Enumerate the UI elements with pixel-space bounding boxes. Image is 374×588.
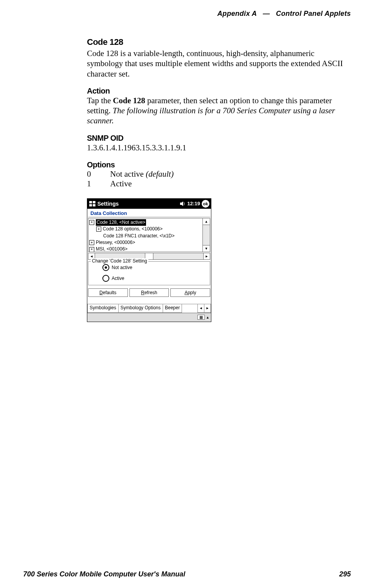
- page-number: 295: [339, 570, 351, 578]
- options-heading: Options: [87, 160, 351, 169]
- refresh-button[interactable]: Refresh: [129, 288, 169, 297]
- tab-scroll-right-icon[interactable]: ►: [204, 304, 211, 313]
- tab-symbologies[interactable]: Symbologies: [87, 304, 119, 313]
- windows-start-icon[interactable]: [89, 200, 96, 207]
- expand-icon[interactable]: +: [96, 227, 101, 232]
- snmp-oid: 1.3.6.1.4.1.1963.15.3.3.1.1.9.1: [87, 143, 351, 153]
- ok-button[interactable]: ok: [202, 200, 209, 208]
- change-setting-group: Change 'Code 128' Setting Not active Act…: [88, 261, 210, 285]
- group-legend: Change 'Code 128' Setting: [91, 258, 148, 264]
- header-right: Control Panel Applets: [276, 10, 351, 17]
- running-header: Appendix A — Control Panel Applets: [23, 10, 351, 18]
- header-left: Appendix A: [218, 10, 257, 17]
- header-sep: —: [263, 10, 270, 17]
- pda-bottom-bar: ▦ ▲: [87, 313, 211, 322]
- sip-up-icon[interactable]: ▲: [206, 315, 209, 319]
- svg-rect-3: [93, 204, 95, 206]
- radio-active[interactable]: Active: [102, 275, 207, 282]
- radio-not-active[interactable]: Not active: [102, 264, 207, 271]
- scroll-down-icon[interactable]: ▼: [203, 245, 210, 252]
- tree-item[interactable]: + Code 128 options, <100006>: [89, 226, 202, 232]
- pda-clock: 12:19: [187, 201, 200, 206]
- tree-item[interactable]: + Code 128, <Not active>: [89, 219, 202, 226]
- radio-icon[interactable]: [102, 275, 109, 282]
- svg-rect-1: [93, 201, 95, 203]
- action-heading: Action: [87, 87, 351, 95]
- scroll-up-icon[interactable]: ▲: [203, 218, 210, 225]
- tree-item[interactable]: + Plessey, <000006>: [89, 239, 202, 246]
- settings-tree[interactable]: + Code 128, <Not active> + Code 128 opti…: [88, 218, 202, 252]
- action-text: Tap the Code 128 parameter, then select …: [87, 95, 351, 126]
- svg-marker-4: [180, 201, 183, 206]
- tab-beeper[interactable]: Beeper: [163, 304, 182, 313]
- tree-item[interactable]: Code 128 FNC1 character, <\x1D>: [89, 233, 202, 239]
- speaker-icon[interactable]: [180, 201, 186, 206]
- tab-scroll-left-icon[interactable]: ◄: [197, 304, 204, 313]
- scroll-right-icon[interactable]: ►: [203, 253, 210, 259]
- expand-icon[interactable]: +: [89, 247, 94, 252]
- vertical-scrollbar[interactable]: ▲ ▼: [202, 218, 210, 252]
- section-desc: Code 128 is a variable-length, continuou…: [87, 48, 351, 79]
- svg-rect-0: [89, 201, 92, 203]
- applet-title: Data Collection: [88, 209, 210, 217]
- keyboard-icon[interactable]: ▦: [197, 315, 205, 320]
- apply-button[interactable]: Apply: [170, 288, 210, 297]
- section-title: Code 128: [87, 37, 351, 47]
- option-row: 0 Not active (default): [87, 169, 351, 179]
- expand-icon[interactable]: +: [89, 240, 94, 245]
- svg-rect-2: [89, 204, 92, 206]
- tree-item[interactable]: + MSI, <001006>: [89, 246, 202, 252]
- footer-title: 700 Series Color Mobile Computer User's …: [23, 570, 185, 578]
- expand-icon[interactable]: +: [89, 220, 94, 225]
- tab-symbology-options[interactable]: Symbology Options: [119, 304, 163, 313]
- snmp-heading: SNMP OID: [87, 134, 351, 143]
- radio-icon[interactable]: [102, 264, 109, 271]
- pda-titlebar: Settings 12:19 ok: [87, 199, 211, 209]
- option-row: 1 Active: [87, 179, 351, 189]
- defaults-button[interactable]: Defaults: [88, 288, 128, 297]
- tab-strip: Symbologies Symbology Options Beeper ◄ ►: [87, 304, 211, 313]
- pda-screenshot: Settings 12:19 ok Data Collection + Code…: [87, 198, 211, 322]
- pda-title: Settings: [97, 201, 178, 207]
